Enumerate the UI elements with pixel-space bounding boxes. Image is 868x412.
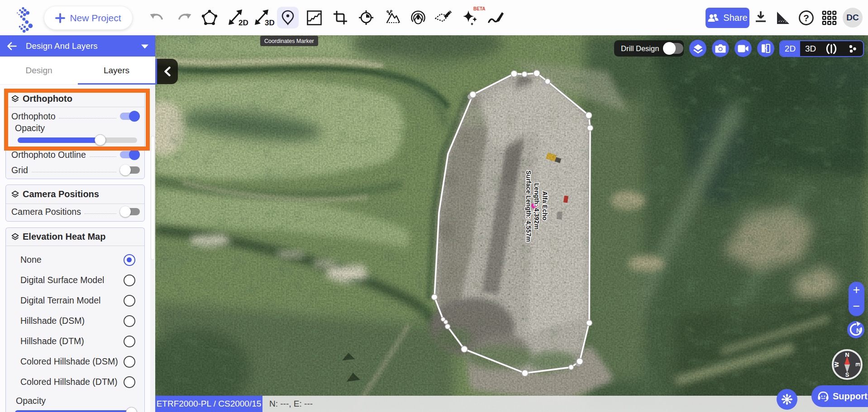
svg-text:Surface Length: 4,557m: Surface Length: 4,557m: [525, 170, 532, 242]
svg-text:Length: 4,392m: Length: 4,392m: [533, 183, 540, 230]
svg-text:3D: 3D: [265, 19, 275, 26]
svg-text:?: ?: [803, 13, 809, 23]
svg-text:N: N: [856, 327, 861, 334]
svg-text:W: W: [834, 361, 840, 367]
svg-text:E: E: [854, 363, 861, 367]
svg-text:Alfa Echo: Alfa Echo: [541, 191, 548, 221]
svg-text:2D: 2D: [238, 19, 248, 26]
